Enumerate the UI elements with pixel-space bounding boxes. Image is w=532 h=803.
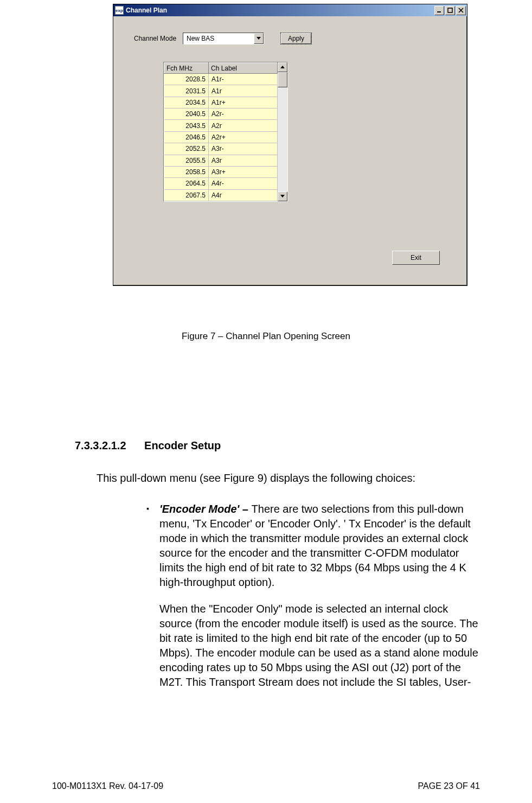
cell-label: A2r-: [209, 109, 278, 120]
svg-rect-0: [437, 11, 441, 12]
channel-grid[interactable]: Fch MHz Ch Label 2028.5A1r- 2031.5A1r 20…: [163, 62, 288, 202]
cell-fch: 2052.5: [164, 143, 209, 155]
cell-label: A1r: [209, 85, 278, 97]
app-icon-text: exp: [116, 8, 123, 13]
cell-fch: 2055.5: [164, 155, 209, 166]
apply-button-label: Apply: [288, 35, 304, 42]
cell-label: A3r-: [209, 143, 278, 155]
channel-table: Fch MHz Ch Label 2028.5A1r- 2031.5A1r 20…: [164, 62, 278, 201]
bullet-lead: 'Encoder Mode' –: [159, 503, 252, 515]
table-row[interactable]: 2052.5A3r-: [164, 143, 278, 155]
bullet-para-2: When the "Encoder Only" mode is selected…: [159, 602, 479, 690]
table-row[interactable]: 2031.5A1r: [164, 85, 278, 97]
footer-right: PAGE 23 OF 41: [418, 781, 480, 791]
chevron-down-icon: [280, 195, 285, 198]
table-row[interactable]: 2034.5A1r+: [164, 97, 278, 108]
section-number: 7.3.3.2.1.2: [75, 439, 126, 451]
cell-fch: 2034.5: [164, 97, 209, 108]
grid-scrollbar[interactable]: [278, 62, 287, 201]
scroll-down-button[interactable]: [278, 192, 287, 201]
channel-plan-dialog: exp Channel Plan Channel Mode New BAS Ap…: [113, 4, 467, 286]
section-intro: This pull-down menu (see Figure 9) displ…: [97, 472, 487, 485]
bullet-para-1: 'Encoder Mode' – There are two selection…: [159, 502, 479, 590]
cell-fch: 2046.5: [164, 131, 209, 143]
window-title: Channel Plan: [126, 7, 433, 14]
svg-rect-1: [448, 8, 452, 12]
table-row[interactable]: 2040.5A2r-: [164, 109, 278, 120]
encoder-mode-bullet: ▪ 'Encoder Mode' – There are two selecti…: [159, 502, 479, 690]
cell-label: A1r+: [209, 97, 278, 108]
minimize-button[interactable]: [434, 6, 444, 15]
chevron-up-icon: [280, 66, 285, 69]
table-row[interactable]: 2058.5A3r+: [164, 166, 278, 177]
cell-label: A1r-: [209, 74, 278, 85]
cell-label: A2r+: [209, 131, 278, 143]
cell-label: A2r: [209, 120, 278, 131]
col-header-label[interactable]: Ch Label: [209, 63, 278, 74]
channel-mode-value: New BAS: [183, 35, 254, 42]
close-icon: [458, 8, 464, 13]
table-row[interactable]: 2028.5A1r-: [164, 74, 278, 85]
cell-fch: 2028.5: [164, 74, 209, 85]
col-header-fch[interactable]: Fch MHz: [164, 63, 209, 74]
dialog-body: Channel Mode New BAS Apply Fch MHz Ch La…: [113, 16, 467, 285]
cell-fch: 2067.5: [164, 189, 209, 201]
apply-button-inner: Apply: [281, 33, 311, 44]
apply-button[interactable]: Apply: [280, 33, 312, 44]
table-row[interactable]: 2046.5A2r+: [164, 131, 278, 143]
footer-left: 100-M0113X1 Rev. 04-17-09: [52, 781, 163, 791]
scroll-up-button[interactable]: [278, 62, 287, 72]
exit-button-label: Exit: [411, 254, 421, 262]
cell-fch: 2040.5: [164, 109, 209, 120]
channel-mode-label: Channel Mode: [134, 35, 176, 42]
maximize-icon: [447, 8, 453, 13]
minimize-icon: [437, 8, 442, 13]
figure-caption: Figure 7 – Channel Plan Opening Screen: [0, 331, 532, 342]
section-heading: 7.3.3.2.1.2 Encoder Setup: [75, 439, 221, 452]
table-row[interactable]: 2064.5A4r-: [164, 178, 278, 189]
maximize-button[interactable]: [445, 6, 455, 15]
table-row[interactable]: 2067.5A4r: [164, 189, 278, 201]
app-icon: exp: [115, 6, 124, 15]
cell-fch: 2031.5: [164, 85, 209, 97]
titlebar: exp Channel Plan: [113, 4, 467, 16]
bullet-icon: ▪: [146, 504, 149, 514]
section-title: Encoder Setup: [144, 439, 221, 451]
cell-label: A3r: [209, 155, 278, 166]
cell-fch: 2058.5: [164, 166, 209, 177]
channel-mode-dropdown-button[interactable]: [254, 33, 264, 44]
table-header-row: Fch MHz Ch Label: [164, 63, 278, 74]
table-row[interactable]: 2043.5A2r: [164, 120, 278, 131]
cell-fch: 2064.5: [164, 178, 209, 189]
cell-label: A3r+: [209, 166, 278, 177]
close-button[interactable]: [456, 6, 466, 15]
chevron-down-icon: [257, 37, 261, 40]
table-row[interactable]: 2055.5A3r: [164, 155, 278, 166]
cell-fch: 2043.5: [164, 120, 209, 131]
scroll-thumb[interactable]: [278, 72, 287, 87]
scroll-track[interactable]: [278, 87, 287, 192]
cell-label: A4r: [209, 189, 278, 201]
channel-mode-select[interactable]: New BAS: [183, 33, 264, 44]
cell-label: A4r-: [209, 178, 278, 189]
bullet-text-1: There are two selections from this pull-…: [159, 503, 471, 588]
exit-button[interactable]: Exit: [392, 251, 440, 265]
